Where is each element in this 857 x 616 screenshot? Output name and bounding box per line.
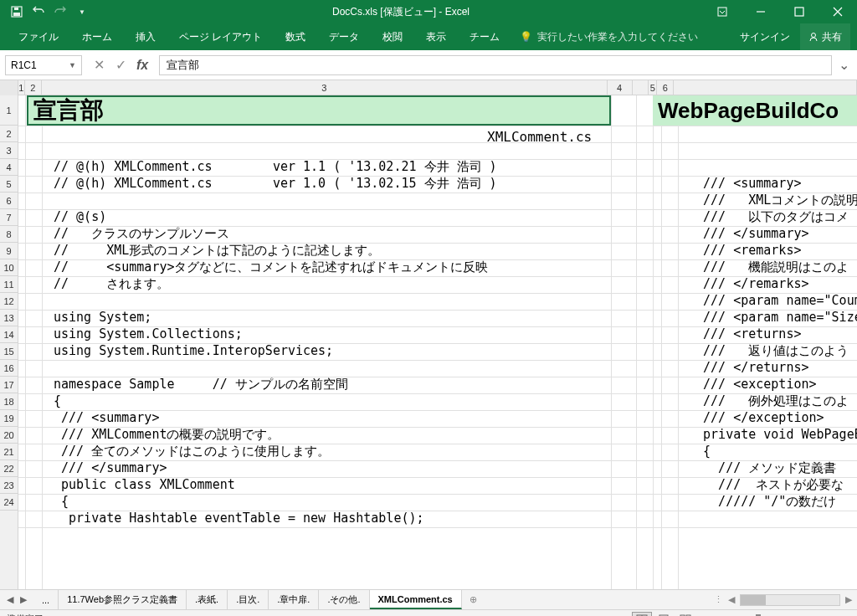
name-box[interactable]: R1C1 ▼ (5, 55, 82, 75)
row-header[interactable]: 9 (0, 243, 18, 259)
row-header[interactable]: 2 (0, 126, 18, 142)
tab-view[interactable]: 表示 (414, 23, 458, 50)
sheet-tab[interactable]: XMLComment.cs (370, 590, 462, 609)
maximize-button[interactable] (780, 0, 819, 23)
code-cell[interactable]: using System.Collections; (54, 326, 243, 341)
code-cell[interactable]: /// <returns> (688, 326, 857, 341)
column-header[interactable]: 6 (657, 80, 674, 95)
code-cell[interactable]: /// XMLCommentの概要の説明です。 (54, 427, 280, 443)
row-header[interactable]: 14 (0, 326, 18, 343)
code-cell[interactable]: // されます。 (54, 276, 169, 292)
qat-customize-icon[interactable]: ▼ (74, 3, 90, 20)
column-header[interactable]: 2 (25, 80, 42, 95)
code-cell[interactable]: /// XMLコメントの説明 (688, 192, 857, 208)
column-header[interactable]: 3 (42, 80, 608, 95)
accept-formula-icon[interactable]: ✓ (110, 55, 131, 75)
tell-me-search[interactable]: 💡 実行したい作業を入力してください (511, 23, 706, 50)
tab-insert[interactable]: 挿入 (124, 23, 167, 50)
row-header[interactable]: 16 (0, 360, 18, 377)
chevron-down-icon[interactable]: ▼ (69, 61, 76, 69)
signin-link[interactable]: サインイン (730, 23, 800, 50)
code-cell[interactable]: /// <param name="Size" (688, 310, 857, 325)
row-header[interactable]: 6 (0, 192, 18, 209)
row-header[interactable]: 4 (0, 159, 18, 176)
code-cell[interactable]: /// </returns> (688, 360, 857, 375)
column-header[interactable]: 1 (18, 80, 25, 95)
tab-team[interactable]: チーム (458, 23, 511, 50)
view-page-break-icon[interactable] (675, 612, 695, 617)
column-header[interactable] (633, 80, 649, 95)
close-button[interactable] (819, 0, 857, 23)
code-cell[interactable]: /// <remarks> (688, 243, 857, 258)
minimize-button[interactable] (742, 0, 780, 23)
row-header[interactable]: 10 (0, 259, 18, 276)
code-cell[interactable]: { (54, 393, 61, 408)
header-cell-right[interactable]: WebPageBuildCo (653, 95, 857, 126)
tab-review[interactable]: 校閲 (371, 23, 414, 50)
horizontal-scrollbar[interactable] (740, 594, 840, 606)
sheet-tab[interactable]: .章中扉. (269, 590, 319, 609)
row-header[interactable]: 12 (0, 293, 18, 310)
code-cell[interactable]: /// 以下のタグはコメ (688, 209, 857, 225)
row-header[interactable]: 1 (0, 95, 18, 126)
row-header[interactable]: 8 (0, 226, 18, 243)
ribbon-options-icon[interactable] (703, 0, 742, 23)
row-header[interactable]: 20 (0, 427, 18, 444)
worksheet-grid[interactable]: 123456 123456789101112131415161718192021… (0, 80, 857, 589)
share-button[interactable]: 共有 (800, 23, 850, 50)
code-cell[interactable]: ///// "/"の数だけ (688, 494, 857, 510)
view-page-layout-icon[interactable] (654, 612, 674, 617)
code-cell[interactable]: using System.Runtime.InteropServices; (54, 343, 333, 358)
row-header[interactable]: 24 (0, 494, 18, 511)
code-cell[interactable]: /// </exception> (688, 410, 857, 425)
code-cell[interactable]: public class XMLComment (54, 477, 235, 492)
view-normal-icon[interactable] (632, 612, 652, 617)
code-cell[interactable]: /// </remarks> (688, 276, 857, 291)
row-header[interactable]: 3 (0, 142, 18, 159)
row-header[interactable]: 22 (0, 460, 18, 477)
code-cell[interactable]: /// </summary> (54, 460, 167, 475)
code-cell[interactable]: /// 機能説明はこのよ (688, 259, 857, 275)
code-cell[interactable]: /// 例外処理はこのよ (688, 393, 857, 409)
column-header[interactable] (674, 80, 857, 95)
select-all-corner[interactable] (0, 80, 18, 95)
code-cell[interactable]: // @(h) XMLComment.cs ver 1.0 ( '13.02.1… (54, 176, 497, 192)
header-cell-left[interactable]: 宣言部 (27, 95, 611, 126)
code-cell[interactable]: { (54, 494, 69, 509)
tab-page-layout[interactable]: ページ レイアウト (167, 23, 274, 50)
formula-input[interactable]: 宣言部 (159, 55, 832, 75)
save-icon[interactable] (8, 3, 25, 20)
expand-formula-bar-icon[interactable]: ⌄ (835, 57, 852, 73)
add-sheet-button[interactable]: ⊕ (462, 590, 485, 609)
sheet-nav-next-icon[interactable]: ▶ (20, 594, 27, 605)
code-cell[interactable]: /// 返り値はこのよう (688, 343, 857, 359)
undo-icon[interactable] (30, 3, 47, 20)
code-cell[interactable]: private void WebPageBu (688, 427, 857, 442)
tab-file[interactable]: ファイル (7, 23, 70, 50)
row-header[interactable]: 5 (0, 176, 18, 192)
row-header[interactable]: 18 (0, 393, 18, 410)
hscroll-left-icon[interactable]: ◀ (728, 594, 735, 605)
hscroll-right-icon[interactable]: ▶ (845, 594, 852, 605)
row-header[interactable]: 7 (0, 209, 18, 226)
code-cell[interactable]: /// <summary> (688, 176, 857, 191)
code-cell[interactable]: /// <exception> (688, 377, 857, 392)
tab-formulas[interactable]: 数式 (274, 23, 317, 50)
code-cell[interactable]: /// <param name="Coumm (688, 293, 857, 308)
code-cell[interactable]: { (688, 444, 857, 459)
row-header[interactable]: 15 (0, 343, 18, 360)
cancel-formula-icon[interactable]: ✕ (89, 55, 109, 75)
code-cell[interactable]: private Hashtable eventTable = new Hasht… (54, 511, 424, 526)
sheet-tab[interactable]: ... (33, 590, 59, 609)
sheet-tab[interactable]: .表紙. (187, 590, 228, 609)
code-cell[interactable]: // XML形式のコメントは下記のように記述します。 (54, 243, 380, 259)
sheet-nav-prev-icon[interactable]: ◀ (7, 594, 13, 605)
redo-icon[interactable] (52, 3, 69, 20)
code-cell[interactable]: // <summary>タグなどに、コメントを記述すればドキュメントに反映 (54, 259, 489, 275)
row-header[interactable]: 23 (0, 477, 18, 494)
code-cell[interactable]: using System; (54, 310, 151, 325)
code-cell[interactable]: // クラスのサンプルソース (54, 226, 229, 242)
code-cell[interactable]: /// 全てのメソッドはこのように使用します。 (54, 444, 330, 459)
row-header[interactable]: 19 (0, 410, 18, 427)
row-header[interactable]: 21 (0, 444, 18, 460)
